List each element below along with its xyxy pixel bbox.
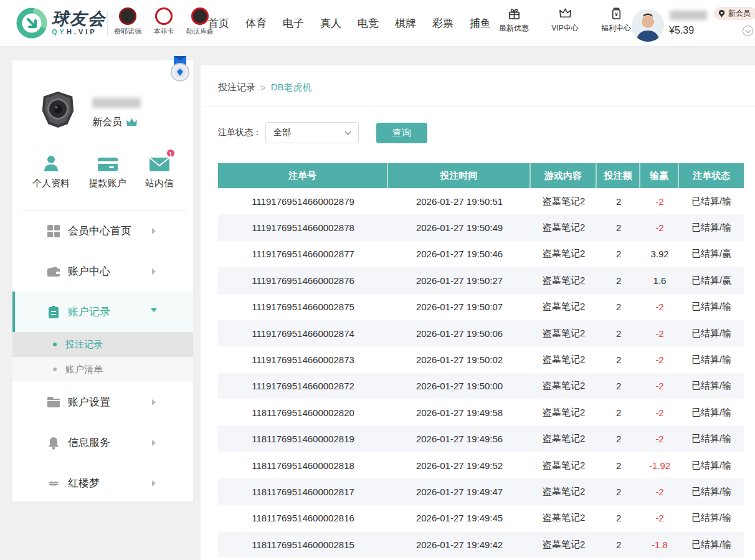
breadcrumb: 投注记录 > DB老虎机 bbox=[218, 82, 312, 93]
member-medal-icon bbox=[718, 9, 726, 17]
query-button[interactable]: 查询 bbox=[376, 123, 427, 143]
sidebar-subitem-bet-records[interactable]: 投注记录 bbox=[12, 332, 193, 357]
bet-amount: 2 bbox=[597, 478, 640, 505]
nav-item[interactable]: 彩票 bbox=[432, 16, 453, 31]
bet-time: 2026-01-27 19:49:47 bbox=[388, 478, 531, 505]
game-name: 盗墓笔记2 bbox=[531, 267, 597, 293]
table-header-cell: 游戏内容 bbox=[531, 163, 597, 188]
bet-id: 11191769514660002879 bbox=[218, 188, 388, 214]
sidebar-item-member-home[interactable]: 会员中心首页 bbox=[12, 211, 193, 251]
quick-link-inbox[interactable]: 1 站内信 bbox=[145, 153, 173, 189]
sidebar-item-account-settings[interactable]: 账户设置 bbox=[12, 382, 193, 422]
bet-amount: 2 bbox=[597, 426, 640, 452]
sponsor-item: 本菲卡 bbox=[150, 7, 178, 36]
table-row: 118117695146000028192026-01-27 19:49:56盗… bbox=[218, 426, 744, 452]
profile-avatar[interactable] bbox=[39, 90, 77, 129]
win-loss: -2 bbox=[640, 505, 679, 531]
quick-link-profile[interactable]: 个人资料 bbox=[32, 153, 70, 189]
bet-id: 11191769514660002878 bbox=[218, 214, 388, 240]
sidebar-item-message-service[interactable]: 信息服务 bbox=[12, 422, 193, 463]
club-crest-icon bbox=[191, 7, 209, 25]
dashboard-grid-icon bbox=[47, 224, 60, 238]
promo-link[interactable]: 最新优惠 bbox=[496, 6, 532, 34]
bet-time: 2026-01-27 19:50:00 bbox=[388, 373, 531, 399]
bet-amount: 2 bbox=[597, 373, 640, 399]
filter-row: 注单状态： 全部 查询 bbox=[218, 122, 427, 143]
nav-item[interactable]: 体育 bbox=[245, 16, 267, 31]
bet-status-filter-label: 注单状态： bbox=[218, 127, 262, 138]
nav-item[interactable]: 棋牌 bbox=[395, 16, 416, 31]
select-chevron-down-icon bbox=[345, 129, 351, 135]
bet-id: 11811769514600002820 bbox=[218, 399, 388, 425]
nav-item[interactable]: 电子 bbox=[283, 16, 304, 31]
table-row: 111917695146600028722026-01-27 19:50:00盗… bbox=[218, 373, 744, 399]
bet-time: 2026-01-27 19:50:06 bbox=[388, 320, 531, 346]
user-avatar[interactable] bbox=[632, 9, 664, 42]
bet-time: 2026-01-27 19:49:52 bbox=[388, 452, 531, 478]
level-medal-icon bbox=[166, 56, 194, 88]
bet-amount: 2 bbox=[597, 214, 640, 240]
win-loss: -2 bbox=[640, 373, 679, 399]
nav-item[interactable]: 首页 bbox=[208, 16, 229, 31]
gift-icon bbox=[507, 6, 521, 21]
table-row: 111917695146600028762026-01-27 19:50:27盗… bbox=[218, 267, 744, 293]
promo-label: 最新优惠 bbox=[499, 23, 529, 34]
header-divider bbox=[107, 11, 108, 36]
user-avatar-image bbox=[632, 9, 664, 42]
bet-id: 11191769514660002876 bbox=[218, 267, 388, 293]
win-loss: -2 bbox=[640, 399, 679, 425]
chevron-right-icon bbox=[152, 268, 156, 275]
bullet-icon bbox=[53, 368, 57, 371]
bet-status: 已结算/输 bbox=[679, 346, 744, 373]
game-name: 盗墓笔记2 bbox=[531, 478, 597, 505]
bet-amount: 2 bbox=[597, 505, 640, 531]
member-level-badge: 新会员 bbox=[714, 7, 755, 20]
table-header-cell: 注单状态 bbox=[679, 163, 744, 188]
bet-status: 已结算/输 bbox=[679, 426, 744, 452]
bet-time: 2026-01-27 19:49:45 bbox=[388, 505, 531, 531]
chevron-down-icon bbox=[151, 308, 157, 315]
clipboard-icon bbox=[47, 305, 60, 319]
bet-status-selected-value: 全部 bbox=[273, 127, 291, 138]
table-row: 118117695146000028152026-01-27 19:49:42盗… bbox=[218, 531, 744, 558]
win-loss: -2 bbox=[640, 320, 679, 346]
bet-time: 2026-01-27 19:49:42 bbox=[388, 531, 531, 558]
bet-status: 已结算/赢 bbox=[679, 241, 744, 267]
header-expand-chevron-icon[interactable] bbox=[743, 26, 753, 36]
table-header-cell: 投注额 bbox=[597, 163, 640, 188]
lips-icon bbox=[47, 477, 60, 490]
table-row: 111917695146600028772026-01-27 19:50:46盗… bbox=[218, 241, 744, 267]
bet-amount: 2 bbox=[597, 346, 640, 373]
sidebar-item-hongloumeng[interactable]: 红楼梦 bbox=[12, 463, 193, 503]
table-row: 111917695146600028732026-01-27 19:50:02盗… bbox=[218, 346, 744, 373]
nav-item[interactable]: 电竞 bbox=[358, 16, 379, 31]
sidebar-subitem-account-list[interactable]: 账户清单 bbox=[12, 357, 193, 382]
sidebar-item-account-center[interactable]: 账户中心 bbox=[12, 251, 193, 292]
bet-status: 已结算/输 bbox=[679, 452, 744, 478]
brand-logo[interactable]: 球友会 QYH.VIP bbox=[16, 7, 106, 39]
chevron-right-icon bbox=[152, 399, 156, 406]
bet-status: 已结算/输 bbox=[679, 505, 744, 531]
bet-records-table: 注单号投注时间游戏内容投注额输赢注单状态 1119176951466000287… bbox=[218, 163, 744, 558]
sidebar-item-account-records[interactable]: 账户记录 bbox=[12, 292, 193, 332]
quick-link-withdraw-account[interactable]: 提款账户 bbox=[89, 153, 126, 189]
table-row: 111917695146600028792026-01-27 19:50:51盗… bbox=[218, 188, 744, 214]
game-name: 盗墓笔记2 bbox=[531, 241, 597, 267]
table-header-cell: 投注时间 bbox=[388, 163, 531, 188]
main-divider bbox=[201, 107, 755, 107]
breadcrumb-separator: > bbox=[260, 82, 266, 93]
bet-status-select[interactable]: 全部 bbox=[265, 122, 359, 143]
table-row: 118117695146000028172026-01-27 19:49:47盗… bbox=[218, 478, 744, 505]
welfare-center-link[interactable]: ¥ 福利中心 bbox=[598, 6, 634, 34]
bet-amount: 2 bbox=[597, 320, 640, 346]
bet-time: 2026-01-27 19:50:49 bbox=[388, 214, 531, 240]
game-name: 盗墓笔记2 bbox=[531, 214, 597, 240]
win-loss: -2 bbox=[640, 426, 679, 452]
bet-id: 11811769514600002818 bbox=[218, 452, 388, 478]
win-loss: 1.6 bbox=[640, 267, 679, 293]
nav-item[interactable]: 捕鱼 bbox=[470, 16, 491, 31]
vip-center-link[interactable]: VIP中心 bbox=[547, 6, 583, 34]
breadcrumb-parent[interactable]: 投注记录 bbox=[218, 82, 255, 93]
bet-id: 11811769514600002815 bbox=[218, 531, 388, 558]
nav-item[interactable]: 真人 bbox=[320, 16, 341, 31]
